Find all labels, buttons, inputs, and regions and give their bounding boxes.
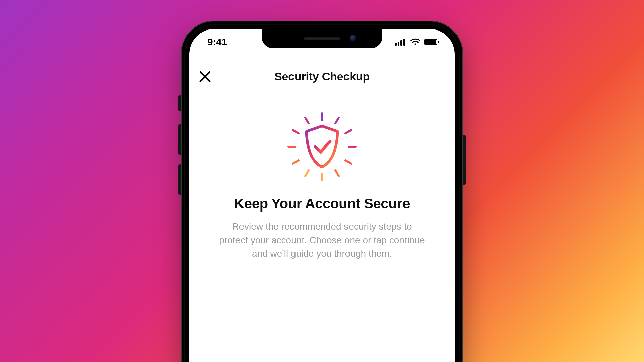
content-subtext: Review the recommended security steps to…	[218, 220, 426, 261]
svg-rect-1	[398, 42, 399, 46]
status-bar: 9:41	[189, 32, 455, 52]
svg-line-14	[335, 170, 339, 176]
svg-rect-2	[400, 40, 402, 46]
status-indicators	[395, 38, 439, 46]
phone-frame: 9:41	[181, 21, 463, 362]
svg-line-20	[305, 118, 309, 123]
svg-line-10	[335, 118, 339, 123]
svg-line-13	[345, 160, 351, 164]
hero-illustration	[285, 110, 359, 184]
wifi-icon	[410, 38, 421, 46]
svg-line-17	[293, 160, 299, 164]
cellular-icon	[395, 38, 407, 46]
close-button[interactable]	[196, 68, 214, 86]
status-time: 9:41	[205, 36, 227, 48]
svg-rect-0	[395, 43, 397, 46]
shield-check-icon	[285, 110, 359, 184]
close-icon	[198, 70, 212, 83]
svg-rect-6	[438, 41, 439, 43]
battery-icon	[424, 38, 439, 46]
phone-screen: 9:41	[189, 29, 455, 362]
phone-mockup: 9:41	[181, 21, 463, 362]
svg-line-16	[305, 170, 309, 176]
svg-rect-5	[425, 40, 436, 44]
nav-header: Security Checkup	[189, 62, 455, 91]
svg-line-11	[345, 130, 351, 133]
content-area: Keep Your Account Secure Review the reco…	[189, 91, 455, 362]
svg-rect-3	[403, 39, 405, 46]
promo-stage: 9:41	[70, 0, 574, 283]
page-title: Security Checkup	[274, 70, 370, 83]
content-headline: Keep Your Account Secure	[203, 196, 441, 212]
svg-line-19	[293, 130, 299, 133]
